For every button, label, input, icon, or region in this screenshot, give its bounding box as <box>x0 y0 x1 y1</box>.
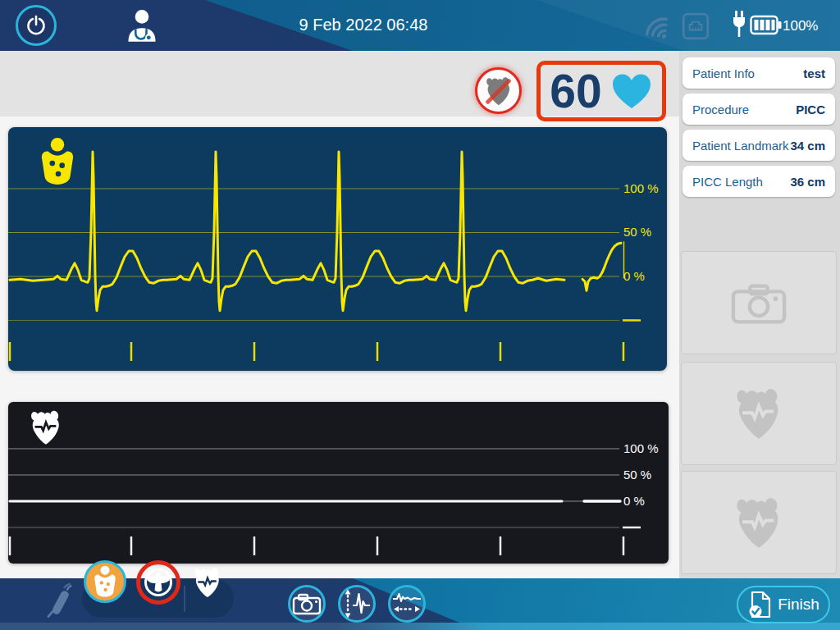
wave2-y-label-50: 50 % <box>623 468 673 482</box>
patient-landmark-value: 34 cm <box>790 139 825 153</box>
ecg-y-label-100: 100 % <box>623 181 673 195</box>
ecg-waveform-panel: 100 % 50 % 0 % <box>8 127 667 371</box>
snapshot-placeholder-1[interactable] <box>681 251 837 354</box>
snapshot-placeholder-2[interactable] <box>681 362 837 465</box>
picc-length-value: 36 cm <box>790 175 825 189</box>
secondary-waveform-panel: 100 % 50 % 0 % <box>8 402 669 564</box>
main-area: 60 100 % 50 % <box>0 51 679 578</box>
wifi-icon <box>641 11 671 41</box>
heart-icon <box>610 72 653 110</box>
horizontal-scale-button[interactable] <box>388 585 426 623</box>
vertical-scale-button[interactable] <box>338 585 376 623</box>
heart-ecg-placeholder-icon <box>735 495 783 550</box>
sidebar: Patient Info test Procedure PICC Patient… <box>679 51 840 578</box>
patient-info-card[interactable]: Patient Info test <box>682 57 835 89</box>
ecg-waveform <box>8 127 667 371</box>
toolbar-bottom-strip <box>0 623 840 630</box>
tls-sensor-icon <box>142 566 175 599</box>
camera-icon <box>292 592 322 616</box>
ecg-y-label-50: 50 % <box>623 225 673 239</box>
camera-placeholder-icon <box>730 280 788 326</box>
torso-icon <box>37 137 78 186</box>
heart-rate-strip: 60 <box>0 51 679 116</box>
heart-rate-value: 60 <box>550 68 601 115</box>
patient-landmark-label: Patient Landmark <box>692 139 789 153</box>
screen: 9 Feb 2022 06:48 <box>0 0 840 630</box>
patient-landmark-card[interactable]: Patient Landmark 34 cm <box>682 130 835 161</box>
tls-sensor-button[interactable] <box>136 560 180 605</box>
wave2-y-label-0: 0 % <box>623 494 673 508</box>
torso-view-button[interactable] <box>84 560 126 603</box>
finish-document-check-icon <box>747 591 772 619</box>
procedure-label: Procedure <box>692 103 749 116</box>
ecg-view-button[interactable] <box>191 566 224 599</box>
power-icon <box>25 15 47 36</box>
toolbar-divider <box>184 586 185 612</box>
picc-length-card[interactable]: PICC Length 36 cm <box>682 166 835 197</box>
ultrasound-probe-button[interactable] <box>39 582 77 620</box>
ethernet-icon <box>681 11 710 41</box>
picc-length-label: PICC Length <box>692 175 763 189</box>
horizontal-scale-icon <box>391 588 422 619</box>
procedure-card[interactable]: Procedure PICC <box>682 94 835 125</box>
heart-ecg-placeholder-icon <box>735 386 783 441</box>
topbar: 9 Feb 2022 06:48 <box>0 0 840 51</box>
datetime: 9 Feb 2022 06:48 <box>290 16 437 34</box>
heart-ecg-icon <box>29 409 63 446</box>
patient-info-label: Patient Info <box>692 66 755 80</box>
clinician-button[interactable] <box>126 9 158 43</box>
patient-info-value: test <box>803 66 825 80</box>
ultrasound-probe-icon <box>40 583 76 619</box>
wave2-y-label-100: 100 % <box>623 441 673 455</box>
snapshot-placeholder-3[interactable] <box>681 471 837 574</box>
toolbar: Finish <box>0 578 840 630</box>
finish-button[interactable]: Finish <box>737 586 830 623</box>
power-button[interactable] <box>16 5 57 46</box>
procedure-value: PICC <box>796 103 825 116</box>
hr-alarm-muted-button[interactable] <box>475 67 522 114</box>
power-plug-icon <box>728 9 750 42</box>
battery-percent: 100% <box>783 18 818 34</box>
vertical-scale-icon <box>341 588 372 619</box>
snapshot-camera-button[interactable] <box>288 585 326 623</box>
finish-label: Finish <box>778 596 819 614</box>
battery-icon <box>750 14 783 37</box>
torso-icon <box>92 565 118 598</box>
heart-ecg-icon <box>194 566 221 599</box>
heart-rate-display[interactable]: 60 <box>536 61 666 121</box>
secondary-waveform <box>8 402 669 564</box>
ecg-y-label-0: 0 % <box>623 269 673 283</box>
clinician-icon <box>126 9 158 43</box>
